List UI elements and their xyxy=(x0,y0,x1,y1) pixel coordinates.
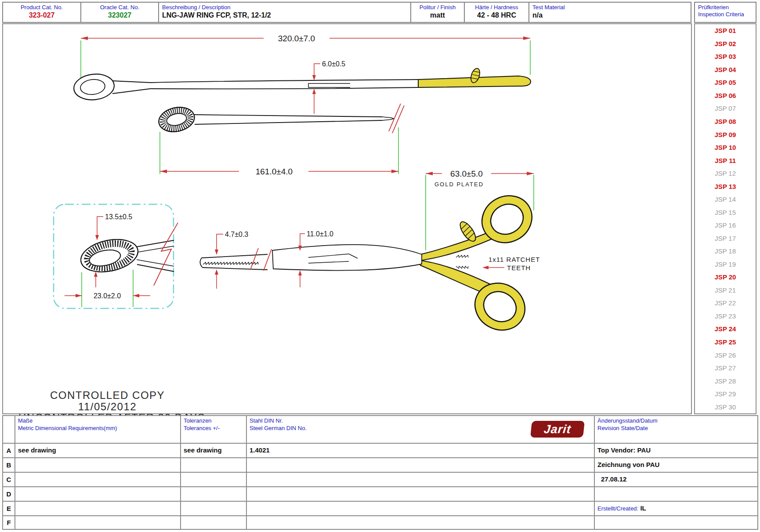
jsp-item: JSP 13 xyxy=(695,183,756,190)
ratchet-label-line1: 1x11 RATCHET xyxy=(489,256,540,263)
revision-value: Top Vendor: PAU xyxy=(597,445,755,456)
jsp-item: JSP 05 xyxy=(695,79,756,86)
jsp-item: JSP 26 xyxy=(695,351,756,359)
row-f-tolerance xyxy=(180,515,247,530)
hardness-value: 42 - 48 HRC xyxy=(468,11,525,20)
middle-jaw-view xyxy=(156,104,404,135)
jsp-item: JSP 21 xyxy=(695,286,756,294)
created-value: IL xyxy=(640,504,646,512)
mass-value: see drawing xyxy=(18,445,177,456)
jsp-item: JSP 24 xyxy=(695,325,756,333)
criteria-label-en: Inspection Criteria xyxy=(698,11,753,18)
finish-cell: Politur / Finish matt xyxy=(410,2,465,23)
jsp-item: JSP 28 xyxy=(695,377,756,385)
mass-label-de: Maße xyxy=(18,417,177,424)
row-c-revision: 27.08.12 xyxy=(594,472,758,487)
jaw-length-dimension: 161.0±4.0 xyxy=(160,127,398,176)
row-label: A xyxy=(2,443,15,458)
inspection-criteria-header-cell: Prüfkriterien Inspection Criteria xyxy=(694,2,756,23)
jarit-logo: Jarit xyxy=(530,421,585,438)
inspection-criteria-list: JSP 01 JSP 02 JSP 03 JSP 04 JSP 05 JSP 0… xyxy=(694,23,756,414)
rev-label-de: Änderungsstand/Datum xyxy=(597,417,755,424)
dim-gold-length: 63.0±5.0 xyxy=(450,169,483,178)
row-c-steel xyxy=(246,472,595,487)
row-d-steel xyxy=(246,486,595,502)
footer-tolerance-header: Toleranzen Tolerances +/- xyxy=(180,415,247,444)
box-joint-slot xyxy=(308,83,350,87)
stamp-line1: CONTROLLED COPY xyxy=(18,390,196,401)
forceps-drawing-svg: 320.0±7.0 6.0±0.5 xyxy=(3,24,691,413)
jsp-item: JSP 15 xyxy=(695,209,756,216)
finish-value: matt xyxy=(414,11,461,20)
break-mark xyxy=(154,223,178,286)
jsp-item: JSP 25 xyxy=(695,338,756,346)
finish-label: Politur / Finish xyxy=(414,4,461,11)
row-f-revision xyxy=(594,515,758,530)
description-value: LNG-JAW RING FCP, STR, 12-1/2 xyxy=(162,11,407,20)
product-cat-value: 323-027 xyxy=(6,11,77,20)
hardness-cell: Härte / Hardness 42 - 48 HRC xyxy=(464,2,529,23)
dim-tip-width: 4.7±0.3 xyxy=(225,231,248,238)
ratchet-teeth-lower xyxy=(456,266,468,268)
tolerance-value: see drawing xyxy=(184,445,243,456)
jsp-item: JSP 10 xyxy=(695,144,756,151)
jsp-item: JSP 29 xyxy=(695,390,756,398)
jsp-item: JSP 14 xyxy=(695,195,756,203)
dim-joint-width: 11.0±1.0 xyxy=(307,230,333,238)
break-mark xyxy=(250,248,258,270)
jsp-item: JSP 23 xyxy=(695,312,756,320)
row-label: E xyxy=(2,501,15,516)
row-a-tolerance: see drawing xyxy=(180,443,247,458)
created-label: Erstellt/Created: xyxy=(597,505,638,512)
tol-label-de: Toleranzen xyxy=(184,417,243,424)
row-b-tolerance xyxy=(180,457,247,473)
stamp-line2: 11/05/2012 xyxy=(18,401,196,412)
product-cat-cell: Product Cat. No. 323-027 xyxy=(2,2,81,23)
row-label: D xyxy=(2,486,15,502)
row-c-mass xyxy=(14,472,181,487)
test-material-value: n/a xyxy=(532,11,688,20)
row-e-mass xyxy=(14,501,181,516)
spec-sheet-page: Product Cat. No. 323-027 Oracle Cat. No.… xyxy=(0,0,760,532)
jsp-item: JSP 12 xyxy=(695,170,756,177)
oracle-cat-value: 323027 xyxy=(84,11,155,20)
jsp-item: JSP 17 xyxy=(695,235,756,242)
row-e-tolerance xyxy=(180,501,247,516)
row-a-mass: see drawing xyxy=(14,443,181,458)
jsp-item: JSP 06 xyxy=(695,92,756,99)
row-label: B xyxy=(2,457,15,473)
ratchet-arrow xyxy=(482,266,489,269)
ratchet-annotation: 1x11 RATCHET TEETH xyxy=(482,256,540,271)
row-d-mass xyxy=(14,486,181,502)
jsp-item: JSP 01 xyxy=(695,27,756,34)
tip-width-dimension: 4.7±0.3 xyxy=(215,231,248,289)
row-label: C xyxy=(2,472,15,487)
row-f-mass xyxy=(14,515,181,530)
test-material-label: Test Material xyxy=(532,4,688,11)
jsp-item: JSP 02 xyxy=(695,40,756,47)
jsp-item: JSP 22 xyxy=(695,299,756,307)
lower-shank xyxy=(417,260,491,294)
tol-label-en: Tolerances +/- xyxy=(184,424,243,432)
break-mark xyxy=(264,249,271,271)
footer-mass-header: Maße Metric Dimensional Requirements(mm) xyxy=(14,415,181,444)
technical-drawing-area: 320.0±7.0 6.0±0.5 xyxy=(2,23,692,414)
steel-value: 1.4021 xyxy=(250,445,591,456)
ratchet-teeth-upper xyxy=(456,255,468,257)
dim-shaft-height: 6.0±0.5 xyxy=(322,60,345,68)
jsp-item: JSP 04 xyxy=(695,66,756,73)
product-cat-label: Product Cat. No. xyxy=(6,4,77,11)
row-b-revision: Zeichnung von PAU xyxy=(594,457,758,473)
jarit-logo-text: Jarit xyxy=(543,423,572,436)
row-a-steel: 1.4021 xyxy=(246,443,595,458)
jsp-item: JSP 09 xyxy=(695,131,756,138)
jsp-item: JSP 20 xyxy=(695,273,756,281)
overall-length-dimension: 320.0±7.0 xyxy=(81,34,530,80)
row-e-revision: Erstellt/Created: IL xyxy=(594,501,758,516)
shaft-height-dimension: 6.0±0.5 xyxy=(312,60,345,114)
row-d-tolerance xyxy=(180,486,247,502)
revision-value: 27.08.12 xyxy=(601,474,755,485)
top-view-instrument xyxy=(72,67,531,102)
jsp-item: JSP 07 xyxy=(695,105,756,112)
jsp-item: JSP 18 xyxy=(695,247,756,255)
